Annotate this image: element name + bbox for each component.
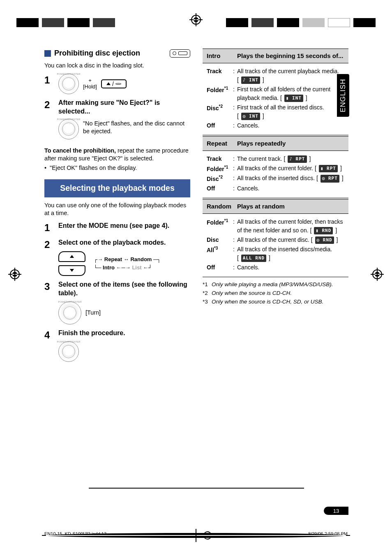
table-row: Disc*2 : First track of all the inserted… [207, 103, 344, 120]
section-title-prohibit: Prohibiting disc ejection [44, 49, 190, 58]
footnotes: *1Only while playing a media (MP3/WMA/SD… [203, 280, 348, 306]
table-row: All*3 : All tracks of the inserted discs… [207, 245, 344, 262]
table-header: RepeatPlays repeatedly [203, 137, 348, 151]
page-content: Prohibiting disc ejection You can lock a… [44, 49, 348, 517]
registration-mark-icon [10, 269, 20, 279]
section-band-playback: Selecting the playback modes [44, 179, 190, 197]
footer-hairline [89, 488, 304, 489]
table-header: IntroPlays the beginning 15 seconds of..… [203, 49, 348, 63]
crop-square [302, 18, 325, 27]
pm-step-2-title: Select one of the playback modes. [58, 238, 190, 247]
knob-icon: POWER/ATT/ENTER [58, 119, 79, 139]
step-number: 2 [44, 238, 53, 251]
language-tab: ENGLISH [337, 74, 349, 117]
pm-step-3: 3 Select one of the items (see the follo… [44, 280, 190, 324]
eject-slot-icon [170, 49, 190, 58]
section-marker-icon [44, 50, 51, 57]
mode-tables: IntroPlays the beginning 15 seconds of..… [203, 49, 348, 277]
crop-square [277, 18, 299, 27]
crop-square [93, 18, 115, 27]
crop-square [67, 18, 90, 27]
table-row: Folder*1 : All tracks of the current fol… [207, 218, 344, 235]
mode-table: RandomPlays at random Folder*1 : All tra… [203, 199, 348, 277]
table-row: Track : All tracks of the current playba… [207, 67, 344, 84]
cancel-bold: To cancel the prohibition, [44, 147, 116, 154]
table-row: Folder*1 : First track of all folders of… [207, 85, 344, 102]
crop-square [226, 18, 248, 27]
crop-square [328, 18, 350, 27]
pm-step-1: 1 Enter the MODE menu (see page 4). [44, 221, 190, 234]
step-2-title: After making sure "No Eject?" is selecte… [58, 98, 190, 116]
pm-step-1-title: Enter the MODE menu (see page 4). [58, 221, 190, 230]
step-number: 2 [44, 98, 53, 111]
footnote: *2Only when the source is CD-CH. [203, 289, 348, 298]
up-down-buttons-icon [58, 251, 85, 276]
table-row: Off : Cancels. [207, 121, 344, 130]
table-body: Track : All tracks of the current playba… [203, 63, 348, 135]
knob-icon: POWER/ATT/ENTER [58, 301, 81, 324]
pm-step-3-title: Select one of the items (see the followi… [58, 280, 190, 297]
table-body: Track : The current track. [ ♪ RPT ] Fol… [203, 151, 348, 198]
registration-mark-icon [372, 269, 382, 279]
mode-table: RepeatPlays repeatedly Track : The curre… [203, 136, 348, 198]
hold-label: + [Hold] [83, 78, 97, 90]
cancel-bullet: "Eject OK" flashes on the display. [50, 164, 137, 171]
step-number: 4 [44, 329, 53, 342]
step-2-desc: "No Eject" flashes, and the disc cannot … [83, 119, 190, 135]
table-row: Off : Cancels. [207, 184, 344, 193]
section2-intro: You can use only one of the following pl… [44, 202, 190, 217]
table-row: Off : Cancels. [207, 263, 344, 272]
section-title-text: Prohibiting disc ejection [54, 49, 140, 58]
crop-square [251, 18, 274, 27]
pm-step-4: 4 Finish the procedure. POWER/ATT/ENTER [44, 329, 190, 362]
table-row: Disc : All tracks of the current disc. [… [207, 236, 344, 244]
table-row: Folder*1 : All tracks of the current fol… [207, 164, 344, 174]
table-header: RandomPlays at random [203, 199, 348, 214]
page-number-pill: 13 [324, 507, 348, 515]
table-row: Track : The current track. [ ♪ RPT ] [207, 155, 344, 163]
step-1: 1 POWER/ATT/ENTER + [Hold] / [44, 74, 190, 94]
left-column: Prohibiting disc ejection You can lock a… [44, 49, 190, 517]
pm-step-4-title: Finish the procedure. [58, 329, 190, 337]
registration-mark-icon [203, 531, 212, 540]
knob-icon: POWER/ATT/ENTER [58, 74, 79, 94]
registration-mark-icon [191, 15, 201, 25]
crop-square [353, 18, 376, 27]
table-row: Disc*2 : All tracks of the inserted disc… [207, 174, 344, 183]
table-body: Folder*1 : All tracks of the current fol… [203, 214, 348, 277]
knob-icon: POWER/ATT/ENTER [58, 341, 79, 362]
eject-button-icon: / [101, 79, 127, 88]
right-column: ENGLISH IntroPlays the beginning 15 seco… [203, 49, 348, 517]
section-intro: You can lock a disc in the loading slot. [44, 62, 190, 70]
mode-cycle-diagram: ┌→ Repeat ↔ Random ─┐ └─ Intro ←─→ List … [94, 255, 161, 271]
step-number: 1 [44, 221, 53, 234]
pm-step-2: 2 Select one of the playback modes. ┌→ R… [44, 238, 190, 276]
print-footer: EN10-15_KD-S100[J]2.indd 13 8/29/06 2:59… [44, 531, 348, 540]
turn-label: [Turn] [85, 309, 101, 317]
crop-square [16, 18, 39, 27]
step-number: 3 [44, 280, 53, 293]
footnote: *3Only when the source is CD-CH, SD, or … [203, 298, 348, 306]
step-2: 2 After making sure "No Eject?" is selec… [44, 98, 190, 139]
crop-square [42, 18, 64, 27]
footnote: *1Only while playing a media (MP3/WMA/SD… [203, 280, 348, 289]
mode-table: IntroPlays the beginning 15 seconds of..… [203, 49, 348, 135]
step-number: 1 [44, 74, 53, 87]
cancel-block: To cancel the prohibition, repeat the sa… [44, 147, 190, 172]
